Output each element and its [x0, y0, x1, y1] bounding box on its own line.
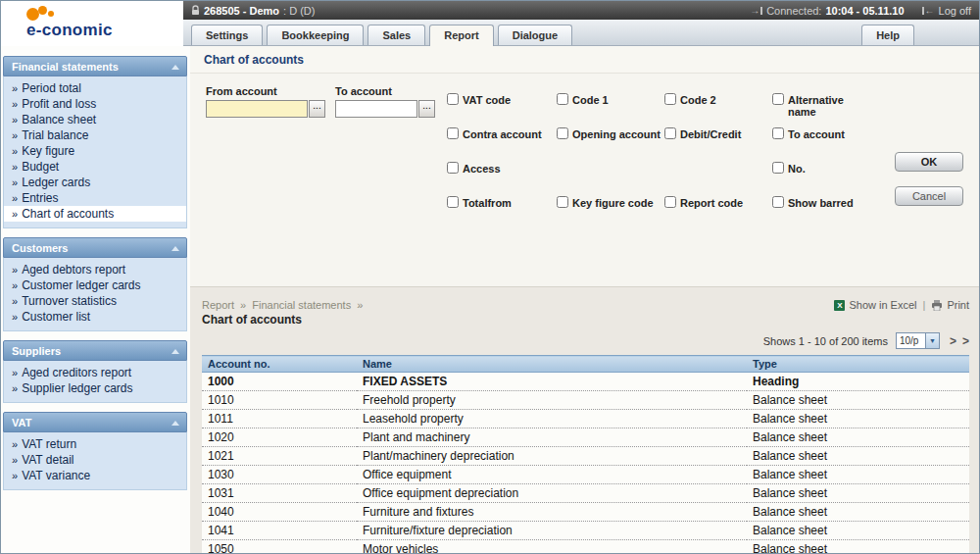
ok-button[interactable]: OK [895, 152, 963, 172]
sidebar-item-customer-ledger-cards[interactable]: »Customer ledger cards [4, 277, 186, 293]
sidebar-item-period-total[interactable]: »Period total [4, 80, 186, 96]
sidebar-item-key-figure[interactable]: »Key figure [4, 143, 186, 159]
tab-bookkeeping[interactable]: Bookkeeping [267, 25, 364, 45]
checkbox-contra-account[interactable]: Contra account [447, 127, 557, 162]
cell-type: Heading [747, 373, 969, 391]
cell-account-no: 1020 [202, 428, 357, 447]
last-page-button[interactable]: > [962, 334, 969, 348]
page-title: Chart of accounts [190, 46, 979, 74]
chevron-down-icon[interactable]: ▼ [925, 332, 940, 349]
print-link[interactable]: Print [947, 299, 969, 311]
checkbox-code-1[interactable]: Code 1 [557, 93, 664, 127]
vat-code-checkbox[interactable] [447, 93, 459, 105]
cancel-button[interactable]: Cancel [895, 186, 963, 206]
breadcrumb-link-report[interactable]: Report [202, 299, 234, 311]
key-figure-code-checkbox[interactable] [557, 196, 568, 208]
contra-account-checkbox[interactable] [447, 127, 459, 139]
sidebar-header-vat[interactable]: VAT [3, 412, 187, 432]
cell-name: Office equipment depreciation [357, 484, 747, 503]
sidebar-item-trial-balance[interactable]: »Trial balance [4, 127, 186, 143]
show-barred-checkbox[interactable] [772, 196, 784, 208]
chevron-bullet-icon: » [12, 82, 18, 94]
totalfrom-checkbox[interactable] [447, 196, 459, 208]
column-header-account-no: Account no. [202, 356, 357, 373]
checkbox-to-account[interactable]: To account [772, 127, 860, 162]
tab-report[interactable]: Report [429, 25, 493, 46]
to-account-checkbox[interactable] [772, 127, 784, 139]
table-row: 1010 Freehold property Balance sheet [202, 391, 969, 410]
tab-help[interactable]: Help [861, 25, 914, 45]
cell-name: Furniture/fixture depreciation [357, 522, 747, 540]
debit-credit-checkbox[interactable] [664, 127, 676, 139]
tab-sales[interactable]: Sales [368, 25, 425, 45]
cell-type: Balance sheet [747, 540, 969, 554]
opening-account-checkbox[interactable] [557, 127, 568, 139]
breadcrumb-separator: » [240, 299, 246, 311]
next-page-button[interactable]: > [950, 334, 956, 348]
checkbox-debit-credit[interactable]: Debit/Credit [664, 127, 772, 162]
from-account-browse-button[interactable]: ... [309, 100, 325, 118]
table-row: 1000 FIXED ASSETS Heading [202, 373, 969, 391]
cell-type: Balance sheet [747, 484, 969, 503]
code-2-checkbox[interactable] [664, 93, 676, 105]
sidebar-header-financial-statements[interactable]: Financial statements [3, 56, 187, 76]
column-header-name: Name [357, 356, 747, 373]
logoff-link[interactable]: Log off [939, 5, 971, 17]
chevron-bullet-icon: » [12, 454, 18, 466]
checkbox-opening-account[interactable]: Opening account [557, 127, 664, 162]
checkbox-totalfrom[interactable]: Totalfrom [447, 196, 557, 230]
sidebar-item-aged-debtors-report[interactable]: »Aged debtors report [4, 262, 186, 277]
chevron-bullet-icon: » [12, 470, 18, 481]
table-row: 1020 Plant and machinery Balance sheet [202, 428, 969, 447]
collapse-icon[interactable] [172, 349, 179, 354]
checkbox-key-figure-code[interactable]: Key figure code [557, 196, 664, 230]
sidebar-header-suppliers[interactable]: Suppliers [3, 340, 187, 361]
sidebar-item-budget[interactable]: »Budget [4, 159, 186, 175]
checkbox-vat-code[interactable]: VAT code [447, 93, 557, 127]
alternative-name-checkbox[interactable] [772, 93, 784, 105]
sidebar-item-entries[interactable]: »Entries [4, 190, 186, 206]
sidebar-item-profit-and-loss[interactable]: »Profit and loss [4, 96, 186, 112]
checkbox-alternative-name[interactable]: Alternative name [772, 93, 860, 127]
collapse-icon[interactable] [172, 246, 179, 251]
checkbox-report-code[interactable]: Report code [664, 196, 772, 230]
checkbox-no[interactable]: No. [772, 162, 860, 196]
to-account-browse-button[interactable]: ... [418, 100, 435, 118]
access-checkbox[interactable] [447, 162, 459, 174]
from-account-input[interactable] [206, 100, 308, 118]
chevron-bullet-icon: » [12, 311, 18, 323]
sidebar-item-balance-sheet[interactable]: »Balance sheet [4, 112, 186, 127]
tab-dialogue[interactable]: Dialogue [498, 25, 572, 45]
sidebar-item-vat-variance[interactable]: »VAT variance [4, 468, 186, 483]
breadcrumb-link-financial-statements[interactable]: Financial statements [252, 299, 351, 311]
collapse-icon[interactable] [172, 421, 179, 426]
code-1-checkbox[interactable] [557, 93, 568, 105]
page-size-select[interactable]: 10/p ▼ [896, 332, 940, 349]
collapse-icon[interactable] [172, 65, 179, 70]
checkbox-access[interactable]: Access [447, 162, 557, 196]
sidebar-header-customers[interactable]: Customers [3, 237, 187, 258]
cell-name: Leasehold property [357, 410, 747, 428]
cell-name: Plant and machinery [357, 428, 747, 447]
cell-account-no: 1021 [202, 447, 357, 466]
print-icon [931, 300, 943, 311]
checkbox-show-barred[interactable]: Show barred [772, 196, 860, 230]
show-in-excel-link[interactable]: Show in Excel [849, 299, 916, 311]
sidebar-item-supplier-ledger-cards[interactable]: »Supplier ledger cards [4, 380, 186, 396]
sidebar-item-turnover-statistics[interactable]: »Turnover statistics [4, 293, 186, 309]
sidebar-item-customer-list[interactable]: »Customer list [4, 309, 186, 325]
sidebar-item-ledger-cards[interactable]: »Ledger cards [4, 175, 186, 190]
sidebar-item-chart-of-accounts[interactable]: »Chart of accounts [4, 206, 186, 222]
tab-settings[interactable]: Settings [191, 25, 263, 45]
sidebar-item-vat-detail[interactable]: »VAT detail [4, 452, 186, 468]
to-account-input[interactable] [335, 100, 417, 118]
no-checkbox[interactable] [772, 162, 784, 174]
cell-name: Freehold property [357, 391, 747, 410]
checkbox-code-2[interactable]: Code 2 [664, 93, 772, 127]
cell-account-no: 1030 [202, 466, 357, 484]
chevron-bullet-icon: » [12, 98, 18, 110]
sidebar-section-title: Suppliers [12, 345, 61, 357]
sidebar-item-aged-creditors-report[interactable]: »Aged creditors report [4, 365, 186, 380]
report-code-checkbox[interactable] [664, 196, 676, 208]
sidebar-item-vat-return[interactable]: »VAT return [4, 436, 186, 452]
